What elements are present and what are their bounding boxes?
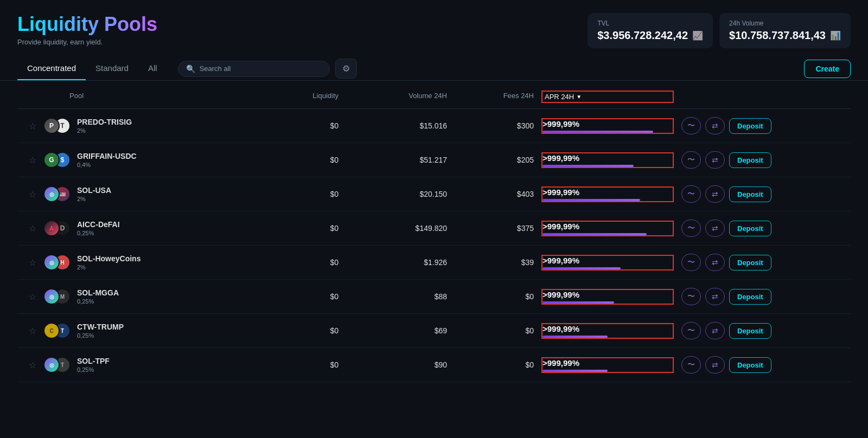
- star-icon[interactable]: ☆: [22, 155, 43, 165]
- deposit-button[interactable]: Deposit: [729, 289, 771, 305]
- apr-bar: [542, 131, 653, 133]
- pool-name-group: SOL-MGGA 0,25%: [77, 288, 119, 305]
- chart-button[interactable]: 〜: [681, 322, 701, 339]
- pool-volume: $88: [347, 292, 456, 301]
- tvl-card: TVL $3.956.728.242,42 📈: [588, 13, 713, 48]
- swap-button[interactable]: ⇄: [705, 254, 725, 271]
- deposit-button[interactable]: Deposit: [729, 255, 771, 270]
- pool-volume: $69: [347, 326, 456, 335]
- pool-icon-primary: C: [43, 323, 60, 339]
- pool-volume: $15.016: [347, 121, 456, 130]
- chart-button[interactable]: 〜: [681, 151, 701, 169]
- star-icon[interactable]: ☆: [22, 121, 43, 131]
- header-star: [22, 92, 43, 102]
- pool-fee: 0,25%: [77, 298, 119, 305]
- star-icon[interactable]: ☆: [22, 292, 43, 302]
- header-stats: TVL $3.956.728.242,42 📈 24h Volume $10.7…: [588, 13, 851, 48]
- header-apr[interactable]: APR 24H ▼: [542, 92, 673, 102]
- tvl-chart-icon: 📈: [692, 30, 703, 41]
- table-row: ☆ G $ GRIFFAIN-USDC 0,4% $0 $51.217 $205…: [17, 143, 851, 177]
- swap-button[interactable]: ⇄: [705, 288, 725, 305]
- swap-button[interactable]: ⇄: [705, 117, 725, 134]
- pool-actions: 〜 ⇄ Deposit: [673, 185, 846, 203]
- pool-name-group: AICC-DeFAI 0,25%: [77, 220, 120, 236]
- pool-fee: 0,4%: [77, 162, 137, 168]
- tab-all[interactable]: All: [138, 57, 167, 80]
- chart-button[interactable]: 〜: [681, 117, 701, 134]
- pool-name: SOL-USA: [77, 186, 111, 195]
- deposit-button[interactable]: Deposit: [729, 357, 771, 373]
- star-icon[interactable]: ☆: [22, 326, 43, 336]
- volume-label: 24h Volume: [729, 20, 841, 27]
- pool-apr: >999,99%: [542, 290, 673, 304]
- deposit-button[interactable]: Deposit: [729, 323, 771, 339]
- pool-fees: $375: [456, 224, 542, 233]
- filter-button[interactable]: ⚙: [335, 59, 357, 79]
- apr-value: >999,99%: [542, 324, 673, 333]
- pool-fee: 0,25%: [77, 366, 110, 373]
- pool-fee: 2%: [77, 196, 111, 202]
- tab-concentrated[interactable]: Concentrated: [17, 57, 86, 80]
- pool-name: SOL-HoweyCoins: [77, 254, 141, 263]
- chart-button[interactable]: 〜: [681, 220, 701, 237]
- pool-fees: $0: [456, 326, 542, 335]
- chart-button[interactable]: 〜: [681, 288, 701, 305]
- volume-value: $10.758.737.841,43 📊: [729, 29, 841, 42]
- swap-button[interactable]: ⇄: [705, 322, 725, 339]
- pool-info: A D AICC-DeFAI 0,25%: [43, 219, 250, 237]
- pool-name: SOL-TPF: [77, 357, 110, 365]
- tvl-label: TVL: [597, 20, 703, 27]
- apr-value: >999,99%: [542, 256, 673, 265]
- search-input[interactable]: [200, 65, 322, 73]
- pool-fee: 2%: [77, 127, 132, 134]
- pool-info: ◎ 🇺🇸 SOL-USA 2%: [43, 185, 250, 203]
- pool-volume: $20.150: [347, 190, 456, 198]
- table-row: ☆ ◎ T SOL-TPF 0,25% $0 $90 $0 >999,99% 〜…: [17, 348, 851, 382]
- pool-name: CTW-TRUMP: [77, 323, 124, 331]
- star-icon[interactable]: ☆: [22, 360, 43, 370]
- pool-fee: 0,25%: [77, 332, 124, 339]
- pool-fee: 2%: [77, 264, 141, 270]
- search-bar[interactable]: 🔍: [178, 61, 330, 77]
- chart-button[interactable]: 〜: [681, 254, 701, 271]
- swap-button[interactable]: ⇄: [705, 185, 725, 203]
- pool-fees: $0: [456, 360, 542, 369]
- pool-fees: $300: [456, 121, 542, 130]
- table-row: ☆ P T PREDO-TRISIG 2% $0 $15.016 $300 >9…: [17, 109, 851, 143]
- table-body: ☆ P T PREDO-TRISIG 2% $0 $15.016 $300 >9…: [17, 109, 851, 382]
- pool-info: P T PREDO-TRISIG 2%: [43, 117, 250, 135]
- star-icon[interactable]: ☆: [22, 257, 43, 268]
- pool-apr: >999,99%: [542, 153, 673, 167]
- apr-value: >999,99%: [542, 290, 673, 299]
- header-liquidity: Liquidity: [250, 92, 347, 102]
- deposit-button[interactable]: Deposit: [729, 118, 771, 134]
- swap-button[interactable]: ⇄: [705, 356, 725, 373]
- create-button[interactable]: Create: [804, 60, 851, 78]
- star-icon[interactable]: ☆: [22, 223, 43, 234]
- pool-actions: 〜 ⇄ Deposit: [673, 356, 846, 373]
- pool-icons: P T: [43, 117, 72, 135]
- pool-liquidity: $0: [250, 258, 347, 267]
- apr-value: >999,99%: [542, 119, 673, 128]
- apr-bar: [542, 336, 608, 338]
- pool-actions: 〜 ⇄ Deposit: [673, 117, 846, 134]
- tab-standard[interactable]: Standard: [86, 57, 138, 80]
- pool-volume: $51.217: [347, 156, 456, 164]
- chart-button[interactable]: 〜: [681, 356, 701, 373]
- apr-bar: [542, 301, 614, 304]
- swap-button[interactable]: ⇄: [705, 151, 725, 169]
- pool-liquidity: $0: [250, 224, 347, 233]
- table-row: ☆ ◎ 🇺🇸 SOL-USA 2% $0 $20.150 $403 >999,9…: [17, 177, 851, 211]
- deposit-button[interactable]: Deposit: [729, 221, 771, 236]
- header-volume: Volume 24H: [347, 92, 456, 102]
- pool-name: SOL-MGGA: [77, 288, 119, 297]
- pool-liquidity: $0: [250, 156, 347, 164]
- pool-icons: ◎ M: [43, 287, 72, 306]
- swap-button[interactable]: ⇄: [705, 220, 725, 237]
- pool-icon-primary: P: [43, 118, 60, 134]
- star-icon[interactable]: ☆: [22, 189, 43, 199]
- header-actions: [673, 92, 846, 102]
- chart-button[interactable]: 〜: [681, 185, 701, 203]
- deposit-button[interactable]: Deposit: [729, 152, 771, 168]
- deposit-button[interactable]: Deposit: [729, 186, 771, 202]
